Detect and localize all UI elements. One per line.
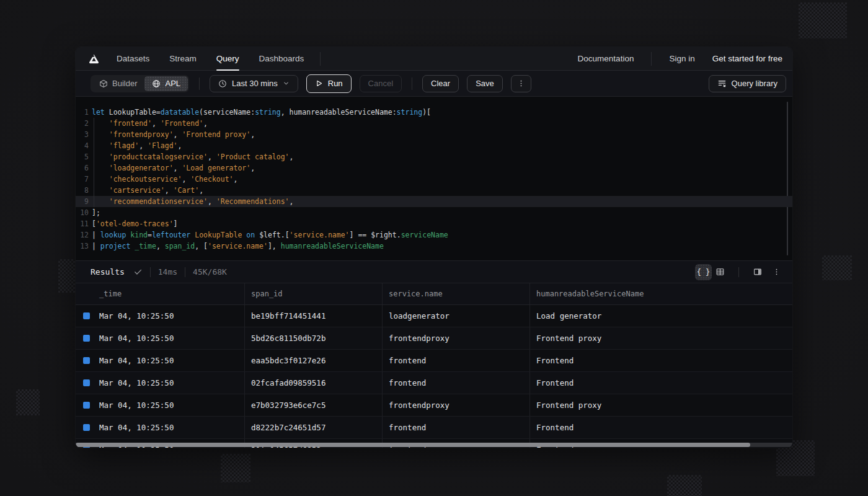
- sign-in-link[interactable]: Sign in: [669, 54, 694, 63]
- nav-divider: [651, 52, 652, 66]
- apl-code-editor[interactable]: 1let LookupTable=datatable(serviceName:s…: [76, 97, 792, 260]
- json-view-button[interactable]: { }: [695, 264, 712, 280]
- axiom-logo-icon[interactable]: [87, 52, 100, 66]
- results-toolbar: Results 14ms 45K/68K { }: [76, 260, 792, 283]
- cell-service-name: frontendproxy: [383, 327, 530, 349]
- clear-button[interactable]: Clear: [422, 75, 459, 92]
- line-number: 1: [76, 107, 89, 118]
- builder-label: Builder: [112, 79, 137, 88]
- table-row[interactable]: Mar 04, 10:25:50be19bff714451441loadgene…: [76, 305, 792, 327]
- code-text: 'recommendationservice', 'Recommendation…: [92, 196, 293, 207]
- globe-icon: [152, 79, 161, 88]
- apl-mode-button[interactable]: APL: [144, 76, 188, 91]
- toolbar-divider: [199, 78, 200, 90]
- code-line[interactable]: 7 'checkoutservice', 'Checkout',: [76, 174, 792, 185]
- get-started-link[interactable]: Get started for free: [712, 54, 782, 63]
- results-divider: [738, 267, 739, 277]
- cell-time: Mar 04, 10:25:50: [76, 417, 245, 438]
- indent-guide: [94, 196, 94, 207]
- code-line[interactable]: 12| lookup kind=leftouter LookupTable on…: [76, 229, 792, 241]
- save-button[interactable]: Save: [467, 75, 503, 92]
- code-line[interactable]: 8 'cartservice', 'Cart',: [76, 185, 792, 196]
- code-text: ];: [92, 207, 100, 218]
- code-line[interactable]: 11['otel-demo-traces']: [76, 218, 792, 229]
- kebab-icon: [517, 79, 525, 87]
- top-nav: Datasets Stream Query Dashboards Documen…: [76, 47, 792, 71]
- cell-human-name: Frontend: [530, 417, 792, 438]
- nav-tab-stream[interactable]: Stream: [169, 47, 197, 70]
- table-view-button[interactable]: [712, 264, 728, 280]
- cancel-button[interactable]: Cancel: [360, 75, 402, 92]
- trace-marker-icon: [83, 312, 90, 319]
- line-number: 3: [76, 129, 89, 140]
- side-panel-toggle-button[interactable]: [749, 264, 766, 280]
- cell-time: Mar 04, 10:25:50: [76, 305, 245, 327]
- cell-span-id: 5bd26c81150db72b: [245, 327, 383, 349]
- results-table-header: _time span_id service.name humanreadable…: [76, 283, 792, 305]
- cube-icon: [99, 79, 108, 88]
- indent-guide: [94, 151, 94, 162]
- table-row[interactable]: Mar 04, 10:25:50e7b032793e6ce7c5frontend…: [76, 394, 792, 417]
- scrollbar-thumb[interactable]: [76, 443, 750, 447]
- indent-guide: [94, 129, 94, 140]
- trace-marker-icon: [83, 424, 90, 431]
- builder-mode-button[interactable]: Builder: [92, 76, 144, 91]
- cell-service-name: frontend: [383, 350, 530, 371]
- table-row[interactable]: Mar 04, 10:25:50eaa5bdc3f0127e26frontend…: [76, 350, 792, 372]
- halftone-decoration: [667, 475, 702, 496]
- indent-guide: [94, 162, 94, 174]
- code-line[interactable]: 2 'frontend', 'Frontend',: [76, 118, 792, 129]
- column-header-human-name[interactable]: humanreadableServiceName: [530, 283, 792, 304]
- cell-time: Mar 04, 10:25:50: [76, 327, 245, 349]
- cell-human-name: Frontend: [530, 350, 792, 371]
- code-line[interactable]: 1let LookupTable=datatable(serviceName:s…: [76, 107, 792, 118]
- query-toolbar: Builder APL Last 30 mins: [76, 71, 792, 97]
- column-header-time[interactable]: _time: [76, 283, 245, 304]
- cell-span-id: eaa5bdc3f0127e26: [245, 350, 383, 371]
- results-title: Results: [91, 267, 125, 277]
- nav-tab-query[interactable]: Query: [216, 47, 239, 70]
- halftone-decoration: [799, 2, 847, 38]
- line-number: 9: [76, 196, 89, 207]
- code-line[interactable]: 9 'recommendationservice', 'Recommendati…: [76, 196, 792, 207]
- kebab-icon: [773, 268, 781, 276]
- run-button[interactable]: Run: [306, 74, 352, 93]
- view-switch: { }: [695, 264, 728, 280]
- table-row[interactable]: Mar 04, 10:25:5002fcafad09859516frontend…: [76, 372, 792, 394]
- column-header-service-name[interactable]: service.name: [383, 283, 530, 304]
- nav-tab-dashboards[interactable]: Dashboards: [259, 47, 304, 70]
- code-text: 'frontendproxy', 'Frontend proxy',: [92, 129, 255, 140]
- column-header-span-id[interactable]: span_id: [245, 283, 383, 304]
- table-row[interactable]: Mar 04, 10:25:50d8222b7c24651d57frontend…: [76, 417, 792, 439]
- cell-span-id: be19bff714451441: [245, 305, 383, 327]
- results-more-button[interactable]: [768, 264, 785, 280]
- horizontal-scrollbar[interactable]: [76, 443, 792, 447]
- query-library-button[interactable]: Query library: [709, 75, 786, 92]
- trace-marker-icon: [83, 402, 90, 409]
- table-row[interactable]: Mar 04, 10:25:505bd26c81150db72bfrontend…: [76, 327, 792, 350]
- indent-guide: [94, 140, 94, 151]
- time-range-button[interactable]: Last 30 mins: [210, 75, 298, 92]
- more-options-button[interactable]: [511, 75, 531, 92]
- code-line[interactable]: 6 'loadgenerator', 'Load generator',: [76, 162, 792, 174]
- code-line[interactable]: 13| project _time, span_id, ['service.na…: [76, 241, 792, 252]
- code-line[interactable]: 10];: [76, 207, 792, 218]
- code-text: 'loadgenerator', 'Load generator',: [92, 162, 255, 174]
- cell-service-name: loadgenerator: [383, 305, 530, 327]
- documentation-link[interactable]: Documentation: [578, 54, 634, 63]
- code-text: 'productcatalogservice', 'Product catalo…: [92, 151, 293, 162]
- query-library-label: Query library: [732, 79, 777, 88]
- nav-tab-datasets[interactable]: Datasets: [117, 47, 149, 70]
- code-line[interactable]: 4 'flagd', 'Flagd',: [76, 140, 792, 151]
- line-number: 4: [76, 140, 89, 151]
- time-range-label: Last 30 mins: [232, 79, 278, 88]
- code-text: 'cartservice', 'Cart',: [92, 185, 203, 196]
- line-number: 10: [76, 207, 89, 218]
- halftone-decoration: [58, 259, 76, 293]
- line-number: 7: [76, 174, 89, 185]
- app-window: Datasets Stream Query Dashboards Documen…: [76, 47, 792, 448]
- code-line[interactable]: 5 'productcatalogservice', 'Product cata…: [76, 151, 792, 162]
- table-icon: [715, 267, 725, 277]
- code-line[interactable]: 3 'frontendproxy', 'Frontend proxy',: [76, 129, 792, 140]
- trace-marker-icon: [83, 335, 90, 342]
